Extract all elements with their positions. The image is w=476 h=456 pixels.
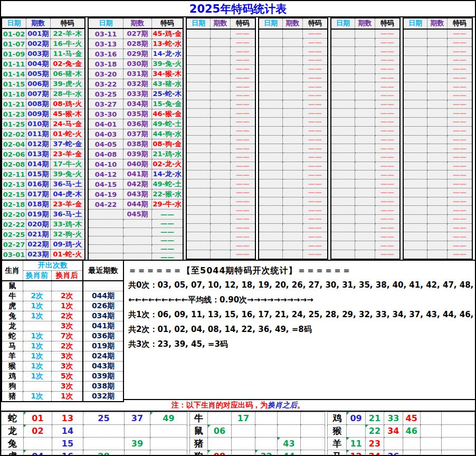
- date-cell: [331, 73, 355, 82]
- period-cell: [427, 223, 448, 232]
- code-cell: ——: [230, 47, 255, 56]
- period-cell: [427, 188, 448, 197]
- period-table-group-4: 日期期数特码——————————————————————————————————…: [258, 17, 328, 260]
- date-cell: [331, 82, 355, 91]
- date-cell: 04-19: [88, 189, 123, 200]
- date-cell: [403, 241, 427, 250]
- code-cell: ——: [302, 29, 328, 38]
- column-header-period: 期数: [211, 18, 231, 29]
- period-table-group-3: 日期期数特码——————————————————————————————————…: [186, 17, 256, 260]
- code-cell: ——: [230, 82, 255, 91]
- period-cell: 001期: [26, 28, 51, 39]
- date-cell: [331, 223, 355, 232]
- empty-cell: [442, 412, 475, 425]
- date-cell: [186, 109, 211, 118]
- code-cell: ——: [302, 241, 328, 250]
- zodiac-label: 蛇: [2, 412, 24, 425]
- code-cell: ——: [230, 162, 255, 170]
- number-cell: 25: [83, 412, 125, 425]
- period-cell: [283, 241, 303, 250]
- code-cell: 13-蛇-水: [151, 39, 183, 49]
- period-cell: 017期: [26, 189, 51, 200]
- date-cell: [186, 64, 211, 73]
- period-table-group-1: 日期期数特码01-02001期22-羊-木01-07002期16-牛-火01-0…: [1, 17, 85, 290]
- date-cell: 01-15: [2, 79, 26, 89]
- period-cell: [283, 179, 303, 188]
- period-cell: [355, 232, 375, 241]
- period-cell: [211, 170, 231, 179]
- date-cell: [259, 109, 283, 118]
- code-cell: ——: [230, 100, 255, 109]
- zodiac-label: 牛: [2, 291, 23, 301]
- code-cell: 25-蛇-木: [151, 89, 183, 99]
- code-cell: ——: [447, 144, 472, 153]
- number-cell: 43: [278, 438, 301, 450]
- code-cell: ——: [375, 153, 400, 162]
- period-cell: [355, 153, 375, 162]
- zodiac-count-row: 龙3次041期: [2, 321, 123, 331]
- code-cell: 11-马-金: [50, 49, 85, 59]
- date-cell: [186, 144, 211, 153]
- code-cell: ——: [302, 109, 328, 118]
- empty-cell: [232, 438, 255, 450]
- date-cell: 03-25: [88, 89, 123, 99]
- code-cell: ——: [375, 73, 400, 82]
- code-cell: 17-牛-火: [50, 159, 85, 169]
- code-cell: 49-蛇-土: [151, 119, 183, 129]
- period-cell: [283, 118, 303, 127]
- number-cell: 02: [24, 425, 52, 438]
- empty-cell: [347, 425, 365, 438]
- date-cell: 01-09: [2, 49, 26, 59]
- zodiac-label: 龙: [2, 425, 24, 438]
- period-cell: [283, 73, 303, 82]
- date-cell: 03-11: [88, 28, 123, 39]
- note-emphasis: 换肖之后: [268, 401, 297, 409]
- code-cell: ——: [447, 64, 472, 73]
- date-cell: [403, 135, 427, 144]
- date-cell: 04-03: [88, 129, 123, 139]
- code-cell: ——: [447, 162, 472, 170]
- period-cell: [427, 232, 448, 241]
- zodiac-count-row: 兔1次2次034期: [2, 311, 123, 321]
- period-cell: 016期: [26, 179, 51, 189]
- date-cell: [186, 135, 211, 144]
- date-cell: [88, 236, 123, 245]
- zodiac-label: 羊: [328, 438, 347, 450]
- date-cell: [259, 56, 283, 65]
- code-cell: 01-蛇-火: [50, 250, 85, 260]
- zodiac-count-row: 蛇1次7次036期: [2, 331, 123, 341]
- period-cell: [427, 215, 448, 224]
- code-cell: ——: [375, 223, 400, 232]
- column-header-code: 特码: [230, 18, 255, 29]
- period-cell: [211, 100, 231, 109]
- code-cell: 43-猪-水: [151, 79, 183, 89]
- date-cell: [186, 100, 211, 109]
- page-title: 2025年特码统计表: [1, 1, 475, 17]
- number-cell: 46: [403, 425, 420, 438]
- number-cell: 17: [232, 412, 255, 425]
- period-cell: [211, 215, 231, 224]
- code-cell: ——: [230, 232, 255, 241]
- date-cell: [331, 144, 355, 153]
- date-cell: 04-05: [88, 139, 123, 149]
- column-header-date: 日期: [186, 18, 211, 29]
- date-cell: 01-23: [2, 109, 26, 119]
- period-cell: [427, 47, 448, 56]
- code-cell: ——: [447, 118, 472, 127]
- period-cell: [355, 162, 375, 170]
- code-cell: ——: [375, 100, 400, 109]
- period-cell: [211, 162, 231, 170]
- period-cell: [283, 206, 303, 215]
- empty-cell: [301, 412, 325, 425]
- period-cell: [283, 223, 303, 232]
- period-cell: [211, 91, 231, 100]
- period-cell: [283, 197, 303, 206]
- after-count: 5次: [51, 372, 83, 382]
- after-count: 2次: [51, 341, 83, 352]
- period-cell: [427, 135, 448, 144]
- period-cell: 006期: [26, 79, 51, 89]
- column-header-date: 日期: [403, 18, 427, 29]
- code-cell: ——: [230, 153, 255, 162]
- date-cell: 01-07: [2, 39, 26, 49]
- empty-cell: [125, 425, 150, 438]
